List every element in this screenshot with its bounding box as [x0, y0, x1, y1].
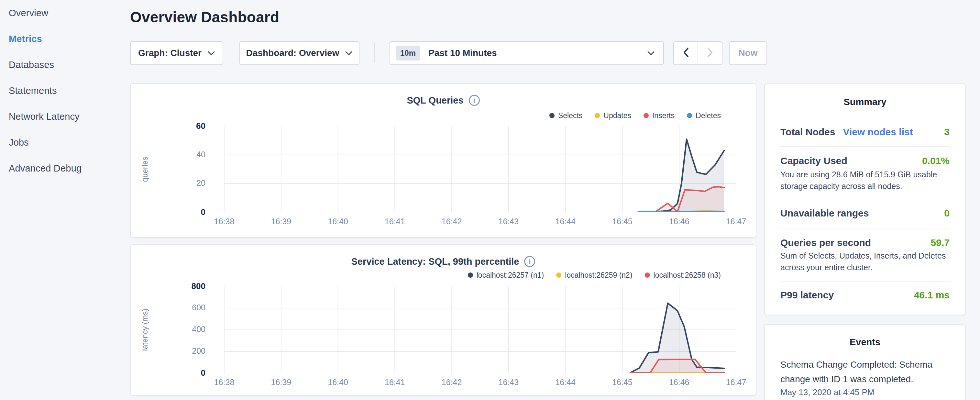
- dashboard-label: Dashboard: Overview: [246, 48, 339, 58]
- legend-item[interactable]: localhost:26259 (n2): [556, 271, 632, 280]
- y-axis-tick-label: 40: [160, 150, 205, 159]
- y-axis-tick-label: 400: [160, 325, 205, 334]
- legend-label: localhost:26259 (n2): [565, 271, 632, 280]
- view-nodes-list-link[interactable]: View nodes list: [843, 126, 913, 137]
- legend-label: Updates: [603, 112, 631, 120]
- chart-canvas: [224, 126, 736, 212]
- x-axis-tick-label: 16:42: [429, 378, 474, 387]
- time-step-buttons: [673, 41, 722, 65]
- divider: [780, 228, 950, 228]
- total-nodes-value: 3: [944, 126, 950, 137]
- chevron-left-icon: [682, 47, 689, 59]
- y-axis-tick-label: 0: [160, 368, 205, 378]
- dashboard-dropdown[interactable]: Dashboard: Overview: [239, 41, 360, 65]
- divider: [780, 146, 950, 147]
- legend-label: Deletes: [695, 112, 721, 120]
- page-title: Overview Dashboard: [130, 8, 279, 26]
- legend-label: localhost:26258 (n3): [654, 271, 721, 280]
- legend-dot-icon: [556, 273, 562, 278]
- y-axis-unit-label: queries: [140, 157, 150, 182]
- time-step-back-button[interactable]: [674, 42, 698, 64]
- summary-row-unavailable-ranges: Unavailable ranges 0: [780, 208, 950, 219]
- event-timestamp: May 13, 2020 at 4:45 PM: [780, 387, 875, 397]
- legend-item[interactable]: localhost:26257 (n1): [468, 271, 544, 280]
- summary-row-p99: P99 latency 46.1 ms: [780, 290, 950, 301]
- x-axis-tick-label: 16:47: [713, 217, 759, 226]
- y-axis-tick-label: 20: [160, 178, 205, 188]
- toolbar-divider: [374, 43, 375, 63]
- app: Overview Metrics Databases Statements Ne…: [0, 0, 980, 400]
- sql-queries-plot[interactable]: [224, 126, 736, 212]
- x-axis-tick-label: 16:45: [600, 378, 645, 387]
- legend-item[interactable]: Deletes: [687, 112, 721, 120]
- divider: [780, 200, 950, 200]
- graph-scope-dropdown[interactable]: Graph: Cluster: [130, 41, 223, 65]
- y-axis-tick-label: 200: [160, 346, 205, 356]
- unavailable-ranges-label: Unavailable ranges: [780, 208, 869, 219]
- legend-dot-icon: [645, 273, 650, 278]
- x-axis-tick-label: 16:44: [543, 378, 588, 387]
- x-axis-tick-label: 16:43: [486, 378, 531, 387]
- legend-item[interactable]: Inserts: [644, 112, 675, 120]
- service-latency-plot[interactable]: [224, 287, 736, 373]
- x-axis-tick-label: 16:40: [315, 378, 361, 387]
- summary-title: Summary: [765, 97, 965, 107]
- summary-row-qps: Queries per second 59.7: [780, 237, 950, 248]
- legend-label: Selects: [558, 112, 582, 120]
- sidebar: Overview Metrics Databases Statements Ne…: [0, 0, 126, 400]
- legend-label: Inserts: [652, 112, 675, 120]
- x-axis-tick-label: 16:43: [486, 217, 531, 226]
- time-range-selector[interactable]: 10m Past 10 Minutes: [390, 41, 664, 65]
- x-axis-tick-label: 16:40: [315, 217, 361, 226]
- sidebar-item-jobs[interactable]: Jobs: [0, 129, 126, 155]
- x-axis-tick-label: 16:38: [202, 217, 247, 226]
- legend-item[interactable]: localhost:26258 (n3): [645, 271, 721, 280]
- sidebar-item-overview[interactable]: Overview: [0, 0, 126, 26]
- time-step-forward-button[interactable]: [698, 42, 722, 64]
- summary-row-capacity: Capacity Used 0.01%: [780, 155, 950, 166]
- summary-row-total-nodes: Total Nodes View nodes list 3: [780, 126, 950, 137]
- info-icon[interactable]: i: [469, 95, 480, 106]
- sidebar-item-metrics[interactable]: Metrics: [0, 26, 126, 52]
- now-button-label: Now: [738, 48, 757, 58]
- now-button[interactable]: Now: [729, 41, 767, 65]
- x-axis-tick-label: 16:44: [543, 217, 588, 226]
- chart-title-service-latency: Service Latency: SQL, 99th percentile: [352, 256, 519, 267]
- x-axis-tick-label: 16:42: [429, 217, 474, 226]
- legend-label: localhost:26257 (n1): [477, 271, 544, 280]
- x-axis-tick-label: 16:38: [202, 378, 247, 387]
- legend-dot-icon: [468, 273, 473, 278]
- sidebar-item-databases[interactable]: Databases: [0, 52, 126, 78]
- x-axis-tick-label: 16:46: [657, 378, 702, 387]
- sidebar-item-statements[interactable]: Statements: [0, 78, 126, 104]
- capacity-used-value: 0.01%: [922, 155, 950, 166]
- total-nodes-label: Total Nodes: [780, 126, 835, 137]
- time-range-badge: 10m: [396, 46, 420, 61]
- sidebar-item-advanced-debug[interactable]: Advanced Debug: [0, 155, 126, 181]
- x-axis-tick-label: 16:39: [259, 378, 304, 387]
- event-message: Schema Change Completed: Schema change w…: [780, 357, 955, 386]
- x-axis-tick-label: 16:39: [259, 217, 304, 226]
- legend-item[interactable]: Updates: [595, 112, 631, 120]
- legend-dot-icon: [595, 113, 600, 118]
- chevron-right-icon: [707, 47, 713, 59]
- unavailable-ranges-value: 0: [944, 208, 950, 219]
- qps-label: Queries per second: [780, 237, 871, 248]
- info-icon[interactable]: i: [524, 256, 535, 267]
- chevron-down-icon: [647, 51, 655, 56]
- capacity-used-label: Capacity Used: [780, 155, 847, 166]
- legend-dot-icon: [549, 113, 555, 118]
- legend-item[interactable]: Selects: [549, 112, 582, 120]
- events-panel: Events Schema Change Completed: Schema c…: [764, 324, 966, 400]
- y-axis-tick-label: 0: [160, 207, 205, 217]
- legend-dot-icon: [687, 113, 692, 118]
- x-axis-tick-label: 16:45: [600, 217, 645, 226]
- chevron-down-icon: [345, 51, 353, 56]
- y-axis-tick-label: 60: [160, 121, 205, 131]
- legend-dot-icon: [644, 113, 649, 118]
- qps-value: 59.7: [931, 237, 950, 248]
- sidebar-item-network-latency[interactable]: Network Latency: [0, 104, 126, 129]
- chart-legend: localhost:26257 (n1)localhost:26259 (n2)…: [224, 269, 721, 281]
- summary-panel: Summary Total Nodes View nodes list 3 Ca…: [764, 83, 966, 315]
- chart-title-sql-queries: SQL Queries: [407, 95, 463, 106]
